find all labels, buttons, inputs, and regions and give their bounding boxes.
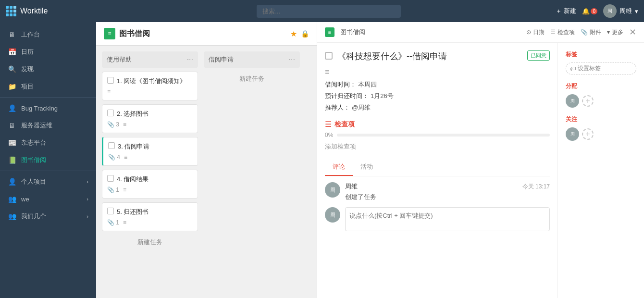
notes-icon-3: ≡ (124, 154, 127, 161)
task-checkbox-2[interactable] (107, 110, 114, 116)
search-input[interactable] (257, 5, 401, 18)
tab-comments[interactable]: 评论 (325, 159, 353, 176)
task-meta-1: ≡ (107, 88, 193, 95)
star-icon[interactable]: ★ (290, 29, 297, 38)
attachment-icon-2: 📎 3 (107, 121, 119, 128)
attachment-icon-5: 📎 1 (107, 219, 119, 226)
list-action-icon[interactable]: ··· (187, 55, 193, 64)
task-card-3[interactable]: 3. 借阅申请 📎 4 ≡ (102, 137, 198, 166)
add-follower-button[interactable]: + (582, 128, 594, 140)
list-borrow: 借阅申请 ··· 新建任务 (204, 51, 300, 292)
main-layout: 🖥 工作台 📅 日历 🔍 发现 📁 项目 👤 Bug Tracking 🖥 服务… (0, 22, 644, 298)
notification-button[interactable]: 🔔 0 (582, 8, 597, 15)
sidebar-item-discover[interactable]: 🔍 发现 (0, 61, 96, 78)
new-task-button-help[interactable]: 新建任务 (102, 235, 198, 249)
attachment-action-button[interactable]: 📎 附件 (581, 28, 601, 37)
sidebar-item-label: 图书借阅 (21, 156, 88, 164)
sidebar-item-bugtracking[interactable]: 👤 Bug Tracking (0, 99, 96, 117)
sidebar-item-magazine[interactable]: 📰 杂志平台 (0, 134, 96, 151)
add-assignee-button[interactable]: + (582, 95, 594, 107)
task-meta-3: 📎 4 ≡ (108, 154, 193, 161)
task-card-1[interactable]: 1. 阅读《图书借阅须知》 ≡ (102, 72, 198, 100)
sidebar-item-personal[interactable]: 👤 个人项目 › (0, 173, 96, 190)
comment-text-1: 创建了任务 (345, 193, 550, 201)
user-name-label: 周维 (619, 7, 632, 15)
task-name-1: 1. 阅读《图书借阅须知》 (107, 77, 193, 86)
task-checkbox-1[interactable] (107, 77, 114, 84)
sidebar-item-ourteam[interactable]: 👥 我们几个 › (0, 208, 96, 225)
sidebar-item-label: 个人项目 (21, 177, 82, 186)
project-title: 图书借阅 (119, 29, 286, 39)
calendar-icon: 📅 (8, 48, 16, 56)
comment-meta-1: 周维 今天 13:17 (345, 182, 550, 191)
tags-btn-label: 设置标签 (578, 64, 601, 73)
task-checkbox-5[interactable] (107, 208, 114, 214)
follow-label: 关注 (566, 115, 636, 124)
user-menu-button[interactable]: 周 周维 ▾ (603, 4, 638, 18)
checklist-icon-btn: ☰ (550, 29, 556, 36)
task-card-4[interactable]: 4. 借阅结果 📎 1 ≡ (102, 170, 198, 199)
list-action-icon-borrow[interactable]: ··· (289, 55, 295, 64)
task-card-5[interactable]: 5. 归还图书 📎 1 ≡ (102, 202, 198, 231)
lock-icon[interactable]: 🔒 (301, 30, 309, 37)
list-header-help: 使用帮助 ··· (102, 51, 198, 68)
detail-panel: ≡ 图书借阅 ⊙ 日期 ☰ 检查项 📎 附件 (317, 22, 644, 298)
notes-icon-2: ≡ (123, 121, 126, 128)
task-checkbox-4[interactable] (107, 175, 114, 182)
task-card-2[interactable]: 2. 选择图书 📎 3 ≡ (102, 104, 198, 133)
date-action-button[interactable]: ⊙ 日期 (526, 28, 545, 37)
logo-area: Worktile (6, 6, 102, 16)
sidebar-item-calendar[interactable]: 📅 日历 (0, 43, 96, 61)
recommender-label: 推荐人： (325, 103, 350, 112)
set-tags-button[interactable]: 🏷 设置标签 (566, 62, 636, 74)
list-title: 使用帮助 (107, 55, 132, 64)
more-action-button[interactable]: ▾ 更多 (607, 28, 623, 37)
comment-input[interactable] (345, 207, 550, 231)
comment-row-1: 周 周维 今天 13:17 创建了任务 (325, 182, 550, 201)
sidebar-item-label: 我们几个 (21, 212, 82, 221)
avatar-char: 周 (330, 186, 335, 194)
sidebar-item-label: we (21, 196, 82, 203)
detail-sidebar: 标签 🏷 设置标签 分配 周 + (557, 43, 644, 298)
task-main-checkbox[interactable] (325, 52, 333, 60)
chevron-down-icon: ▾ (635, 8, 638, 15)
bell-icon: 🔔 (582, 8, 590, 15)
checklist-action-button[interactable]: ☰ 检查项 (550, 28, 575, 37)
calendar-icon-2: ⊙ (526, 29, 531, 36)
list-help: 使用帮助 ··· 1. 阅读《图书借阅须知》 ≡ (102, 51, 198, 292)
status-badge[interactable]: 已同意 (527, 50, 550, 61)
logo-icon (6, 6, 16, 16)
close-button[interactable]: ✕ (629, 27, 636, 37)
sidebar-item-we[interactable]: 👥 we › (0, 190, 96, 208)
task-checkbox-3[interactable] (108, 142, 115, 149)
attachment-icon-4: 📎 1 (107, 186, 119, 193)
task-meta-4: 📎 1 ≡ (107, 186, 193, 193)
task-meta-2: 📎 3 ≡ (107, 121, 193, 128)
desc-icon: ≡ (325, 68, 550, 76)
checklist-icon-red: ☰ (325, 120, 332, 129)
sidebar-item-label: 发现 (21, 65, 88, 74)
new-button[interactable]: ＋ 新建 (556, 7, 576, 15)
progress-row: 0% (325, 132, 550, 138)
sidebar-item-label: 项目 (21, 82, 88, 91)
notes-icon-1: ≡ (107, 88, 111, 95)
add-checklist-button[interactable]: 添加检查项 (325, 142, 550, 151)
sidebar-item-library[interactable]: 📗 图书借阅 (0, 151, 96, 169)
follower-avatars: 周 + (566, 127, 636, 141)
detail-actions: ⊙ 日期 ☰ 检查项 📎 附件 ▾ 更多 ✕ (526, 27, 636, 37)
project-panel: ≡ 图书借阅 ★ 🔒 使用帮助 ··· 1. 阅读《图书借阅须知》 (96, 22, 317, 298)
sidebar-item-workbench[interactable]: 🖥 工作台 (0, 26, 96, 43)
task-name-3: 3. 借阅申请 (108, 142, 193, 151)
attachment-icon-3: 📎 4 (108, 154, 120, 161)
chevron-down-icon-more: ▾ (607, 29, 610, 36)
sidebar-item-serverops[interactable]: 🖥 服务器运维 (0, 117, 96, 134)
new-task-button-borrow[interactable]: 新建任务 (204, 72, 300, 86)
task-name-2: 2. 选择图书 (107, 110, 193, 118)
detail-proj-name: 图书借阅 (340, 28, 365, 37)
follower-avatar-1: 周 (566, 127, 579, 141)
sidebar-item-projects[interactable]: 📁 项目 (0, 78, 96, 95)
server-icon: 🖥 (8, 121, 16, 130)
tab-activity[interactable]: 活动 (353, 159, 381, 176)
task-name-5: 5. 归还图书 (107, 208, 193, 216)
detail-proj-icon: ≡ (325, 27, 334, 37)
